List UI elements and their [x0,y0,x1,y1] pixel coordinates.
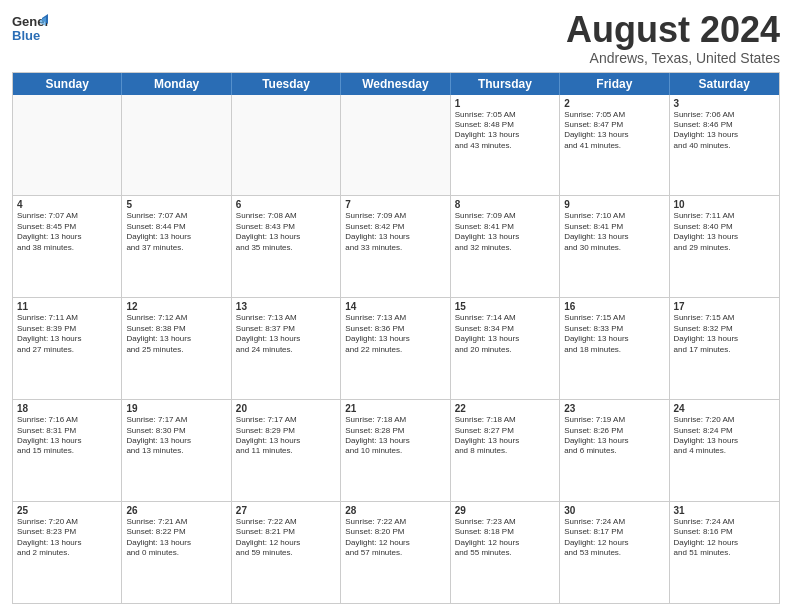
day-info: Sunrise: 7:18 AM Sunset: 8:28 PM Dayligh… [345,415,445,457]
day-number: 5 [126,199,226,210]
header-day-wednesday: Wednesday [341,73,450,95]
day-number: 27 [236,505,336,516]
day-number: 25 [17,505,117,516]
header: General Blue August 2024 Andrews, Texas,… [12,10,780,66]
day-info: Sunrise: 7:17 AM Sunset: 8:30 PM Dayligh… [126,415,226,457]
calendar-row-4: 25Sunrise: 7:20 AM Sunset: 8:23 PM Dayli… [13,502,779,603]
day-number: 11 [17,301,117,312]
day-number: 8 [455,199,555,210]
day-cell-15: 15Sunrise: 7:14 AM Sunset: 8:34 PM Dayli… [451,298,560,399]
day-number: 16 [564,301,664,312]
day-info: Sunrise: 7:10 AM Sunset: 8:41 PM Dayligh… [564,211,664,253]
day-cell-4: 4Sunrise: 7:07 AM Sunset: 8:45 PM Daylig… [13,196,122,297]
day-cell-14: 14Sunrise: 7:13 AM Sunset: 8:36 PM Dayli… [341,298,450,399]
day-number: 13 [236,301,336,312]
day-cell-20: 20Sunrise: 7:17 AM Sunset: 8:29 PM Dayli… [232,400,341,501]
day-info: Sunrise: 7:16 AM Sunset: 8:31 PM Dayligh… [17,415,117,457]
day-number: 2 [564,98,664,109]
logo-icon: General Blue [12,10,48,46]
day-cell-19: 19Sunrise: 7:17 AM Sunset: 8:30 PM Dayli… [122,400,231,501]
day-cell-21: 21Sunrise: 7:18 AM Sunset: 8:28 PM Dayli… [341,400,450,501]
day-info: Sunrise: 7:07 AM Sunset: 8:45 PM Dayligh… [17,211,117,253]
day-number: 24 [674,403,775,414]
day-cell-17: 17Sunrise: 7:15 AM Sunset: 8:32 PM Dayli… [670,298,779,399]
day-number: 22 [455,403,555,414]
day-cell-9: 9Sunrise: 7:10 AM Sunset: 8:41 PM Daylig… [560,196,669,297]
calendar-header: SundayMondayTuesdayWednesdayThursdayFrid… [13,73,779,95]
day-number: 31 [674,505,775,516]
calendar: SundayMondayTuesdayWednesdayThursdayFrid… [12,72,780,604]
day-number: 23 [564,403,664,414]
day-cell-12: 12Sunrise: 7:12 AM Sunset: 8:38 PM Dayli… [122,298,231,399]
logo: General Blue [12,10,48,46]
day-number: 21 [345,403,445,414]
day-cell-1: 1Sunrise: 7:05 AM Sunset: 8:48 PM Daylig… [451,95,560,196]
day-info: Sunrise: 7:12 AM Sunset: 8:38 PM Dayligh… [126,313,226,355]
empty-cell [13,95,122,196]
header-day-thursday: Thursday [451,73,560,95]
day-number: 3 [674,98,775,109]
day-cell-10: 10Sunrise: 7:11 AM Sunset: 8:40 PM Dayli… [670,196,779,297]
day-info: Sunrise: 7:07 AM Sunset: 8:44 PM Dayligh… [126,211,226,253]
day-cell-5: 5Sunrise: 7:07 AM Sunset: 8:44 PM Daylig… [122,196,231,297]
day-info: Sunrise: 7:08 AM Sunset: 8:43 PM Dayligh… [236,211,336,253]
header-day-sunday: Sunday [13,73,122,95]
day-info: Sunrise: 7:11 AM Sunset: 8:40 PM Dayligh… [674,211,775,253]
general-blue-logo-svg: General Blue [12,10,48,46]
day-info: Sunrise: 7:06 AM Sunset: 8:46 PM Dayligh… [674,110,775,152]
day-info: Sunrise: 7:24 AM Sunset: 8:16 PM Dayligh… [674,517,775,559]
day-cell-27: 27Sunrise: 7:22 AM Sunset: 8:21 PM Dayli… [232,502,341,603]
day-info: Sunrise: 7:21 AM Sunset: 8:22 PM Dayligh… [126,517,226,559]
day-cell-23: 23Sunrise: 7:19 AM Sunset: 8:26 PM Dayli… [560,400,669,501]
day-cell-6: 6Sunrise: 7:08 AM Sunset: 8:43 PM Daylig… [232,196,341,297]
day-info: Sunrise: 7:22 AM Sunset: 8:21 PM Dayligh… [236,517,336,559]
empty-cell [341,95,450,196]
day-info: Sunrise: 7:11 AM Sunset: 8:39 PM Dayligh… [17,313,117,355]
day-info: Sunrise: 7:15 AM Sunset: 8:33 PM Dayligh… [564,313,664,355]
day-cell-29: 29Sunrise: 7:23 AM Sunset: 8:18 PM Dayli… [451,502,560,603]
calendar-row-0: 1Sunrise: 7:05 AM Sunset: 8:48 PM Daylig… [13,95,779,197]
day-info: Sunrise: 7:14 AM Sunset: 8:34 PM Dayligh… [455,313,555,355]
day-cell-8: 8Sunrise: 7:09 AM Sunset: 8:41 PM Daylig… [451,196,560,297]
day-info: Sunrise: 7:23 AM Sunset: 8:18 PM Dayligh… [455,517,555,559]
day-number: 30 [564,505,664,516]
day-cell-11: 11Sunrise: 7:11 AM Sunset: 8:39 PM Dayli… [13,298,122,399]
day-number: 29 [455,505,555,516]
day-cell-26: 26Sunrise: 7:21 AM Sunset: 8:22 PM Dayli… [122,502,231,603]
day-number: 20 [236,403,336,414]
day-cell-28: 28Sunrise: 7:22 AM Sunset: 8:20 PM Dayli… [341,502,450,603]
calendar-row-2: 11Sunrise: 7:11 AM Sunset: 8:39 PM Dayli… [13,298,779,400]
day-number: 14 [345,301,445,312]
day-number: 7 [345,199,445,210]
header-day-monday: Monday [122,73,231,95]
day-number: 12 [126,301,226,312]
title-block: August 2024 Andrews, Texas, United State… [566,10,780,66]
main-title: August 2024 [566,10,780,50]
day-info: Sunrise: 7:05 AM Sunset: 8:47 PM Dayligh… [564,110,664,152]
day-info: Sunrise: 7:13 AM Sunset: 8:36 PM Dayligh… [345,313,445,355]
empty-cell [232,95,341,196]
day-info: Sunrise: 7:09 AM Sunset: 8:42 PM Dayligh… [345,211,445,253]
day-cell-30: 30Sunrise: 7:24 AM Sunset: 8:17 PM Dayli… [560,502,669,603]
day-info: Sunrise: 7:19 AM Sunset: 8:26 PM Dayligh… [564,415,664,457]
calendar-row-3: 18Sunrise: 7:16 AM Sunset: 8:31 PM Dayli… [13,400,779,502]
day-number: 26 [126,505,226,516]
day-number: 17 [674,301,775,312]
day-number: 1 [455,98,555,109]
day-number: 6 [236,199,336,210]
day-info: Sunrise: 7:13 AM Sunset: 8:37 PM Dayligh… [236,313,336,355]
day-cell-22: 22Sunrise: 7:18 AM Sunset: 8:27 PM Dayli… [451,400,560,501]
day-info: Sunrise: 7:05 AM Sunset: 8:48 PM Dayligh… [455,110,555,152]
day-info: Sunrise: 7:22 AM Sunset: 8:20 PM Dayligh… [345,517,445,559]
day-cell-31: 31Sunrise: 7:24 AM Sunset: 8:16 PM Dayli… [670,502,779,603]
day-info: Sunrise: 7:20 AM Sunset: 8:23 PM Dayligh… [17,517,117,559]
day-number: 18 [17,403,117,414]
svg-text:Blue: Blue [12,28,40,43]
day-info: Sunrise: 7:15 AM Sunset: 8:32 PM Dayligh… [674,313,775,355]
header-day-friday: Friday [560,73,669,95]
day-number: 9 [564,199,664,210]
header-day-saturday: Saturday [670,73,779,95]
day-cell-3: 3Sunrise: 7:06 AM Sunset: 8:46 PM Daylig… [670,95,779,196]
day-info: Sunrise: 7:24 AM Sunset: 8:17 PM Dayligh… [564,517,664,559]
day-info: Sunrise: 7:20 AM Sunset: 8:24 PM Dayligh… [674,415,775,457]
